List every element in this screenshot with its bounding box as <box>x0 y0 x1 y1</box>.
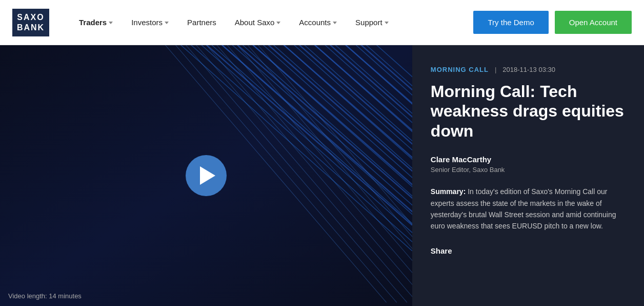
share-label: Share <box>431 246 626 255</box>
video-length-label: Video length: 14 minutes <box>8 292 82 300</box>
category-tag: MORNING CALL <box>431 66 489 73</box>
summary-text: Summary: In today's edition of Saxo's Mo… <box>431 186 626 232</box>
logo-line1: SAXO <box>17 12 44 22</box>
open-account-button[interactable]: Open Account <box>555 11 632 34</box>
info-section: MORNING CALL | 2018-11-13 03:30 Morning … <box>412 45 644 306</box>
article-date: 2018-11-13 03:30 <box>502 66 555 73</box>
chevron-down-icon <box>165 22 169 24</box>
nav-buttons: Try the Demo Open Account <box>473 11 632 34</box>
author-title: Senior Editor, Saxo Bank <box>431 166 626 174</box>
nav-item-accounts[interactable]: Accounts <box>290 0 346 45</box>
nav-item-traders[interactable]: Traders <box>70 0 122 45</box>
article-title: Morning Call: Tech weakness drags equiti… <box>431 82 626 141</box>
nav-item-support[interactable]: Support <box>346 0 398 45</box>
logo[interactable]: SAXO BANK <box>12 9 49 36</box>
play-icon <box>200 166 215 185</box>
category-separator: | <box>495 66 496 73</box>
nav-item-partners[interactable]: Partners <box>178 0 226 45</box>
chevron-down-icon <box>276 22 280 24</box>
video-section: Video length: 14 minutes <box>0 45 412 306</box>
chevron-down-icon <box>109 22 113 24</box>
try-demo-button[interactable]: Try the Demo <box>473 11 548 34</box>
nav-item-investors[interactable]: Investors <box>122 0 178 45</box>
navigation: SAXO BANK Traders Investors Partners Abo… <box>0 0 644 45</box>
nav-links: Traders Investors Partners About Saxo Ac… <box>70 0 473 45</box>
summary-label: Summary: <box>431 187 466 196</box>
category-line: MORNING CALL | 2018-11-13 03:30 <box>431 66 626 73</box>
nav-item-about[interactable]: About Saxo <box>226 0 290 45</box>
logo-line2: BANK <box>17 23 45 32</box>
chevron-down-icon <box>385 22 389 24</box>
chevron-down-icon <box>333 22 337 24</box>
main-content: Video length: 14 minutes MORNING CALL | … <box>0 45 644 306</box>
author-name: Clare MacCarthy <box>431 155 626 164</box>
play-button[interactable] <box>186 155 227 196</box>
